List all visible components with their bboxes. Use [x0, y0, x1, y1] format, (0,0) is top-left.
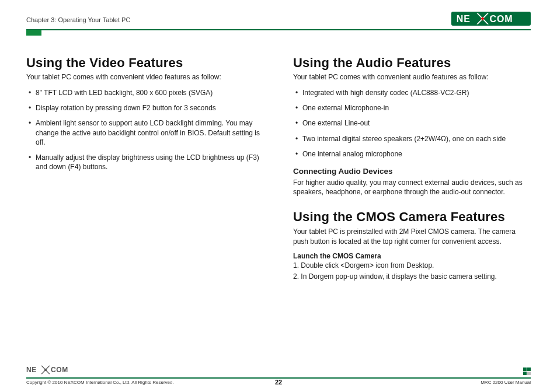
list-item: Ambient light sensor to support auto LCD…	[26, 118, 264, 147]
cmos-step: 2. In Dorgem pop-up window, it displays …	[293, 271, 531, 282]
content-area: Using the Video Features Your tablet PC …	[26, 55, 531, 282]
list-item: One external Line-out	[293, 118, 531, 128]
page-header: Chapter 3: Operating Your Tablet PC NE C…	[26, 12, 531, 30]
audio-features-lead: Your tablet PC comes with convenient aud…	[293, 73, 531, 81]
launch-cmos-label: Launch the CMOS Camera	[293, 252, 531, 260]
list-item: One external Microphone-in	[293, 103, 531, 113]
chapter-label: Chapter 3: Operating Your Tablet PC	[26, 16, 130, 23]
video-features-list: 8" TFT LCD with LED backlight, 800 x 600…	[26, 88, 264, 172]
svg-text:COM: COM	[51, 366, 68, 374]
audio-features-list: Integrated with high density codec (ALC8…	[293, 88, 531, 159]
copyright-text: Copyright © 2010 NEXCOM International Co…	[26, 380, 174, 385]
video-features-heading: Using the Video Features	[26, 55, 264, 71]
nexcom-logo-icon: NE COM	[451, 12, 531, 26]
page-footer: NE COM Copyright © 2010 NEXCOM Internati…	[26, 365, 531, 385]
audio-features-heading: Using the Audio Features	[293, 55, 531, 71]
cmos-lead: Your tablet PC is preinstalled with 2M P…	[293, 227, 531, 246]
list-item: 8" TFT LCD with LED backlight, 800 x 600…	[26, 88, 264, 97]
svg-text:NE: NE	[457, 14, 471, 24]
cmos-heading: Using the CMOS Camera Features	[293, 209, 531, 225]
connecting-audio-heading: Connecting Audio Devices	[293, 167, 531, 176]
doc-id: MRC 2200 User Manual	[481, 380, 531, 385]
footer-squares-icon	[523, 368, 531, 375]
list-item: Display rotation by pressing down F2 but…	[26, 103, 264, 113]
brand-logo: NE COM	[451, 12, 531, 28]
right-column: Using the Audio Features Your tablet PC …	[293, 55, 531, 282]
left-column: Using the Video Features Your tablet PC …	[26, 55, 264, 282]
svg-text:COM: COM	[490, 14, 513, 24]
connecting-audio-body: For higher audio quality, you may connec…	[293, 178, 531, 197]
list-item: Manually adjust the display brightness u…	[26, 153, 264, 172]
header-accent-tab	[26, 30, 41, 36]
list-item: Integrated with high density codec (ALC8…	[293, 88, 531, 97]
svg-text:NE: NE	[26, 366, 37, 374]
video-features-lead: Your tablet PC comes with convenient vid…	[26, 73, 264, 81]
page-number: 22	[275, 379, 282, 386]
list-item: One internal analog microphone	[293, 149, 531, 159]
cmos-step: 1. Double click <Dorgem> icon from Deskt…	[293, 260, 531, 271]
nexcom-logo-small-icon: NE COM	[26, 365, 86, 375]
list-item: Two internal digital stereo speakers (2+…	[293, 134, 531, 144]
